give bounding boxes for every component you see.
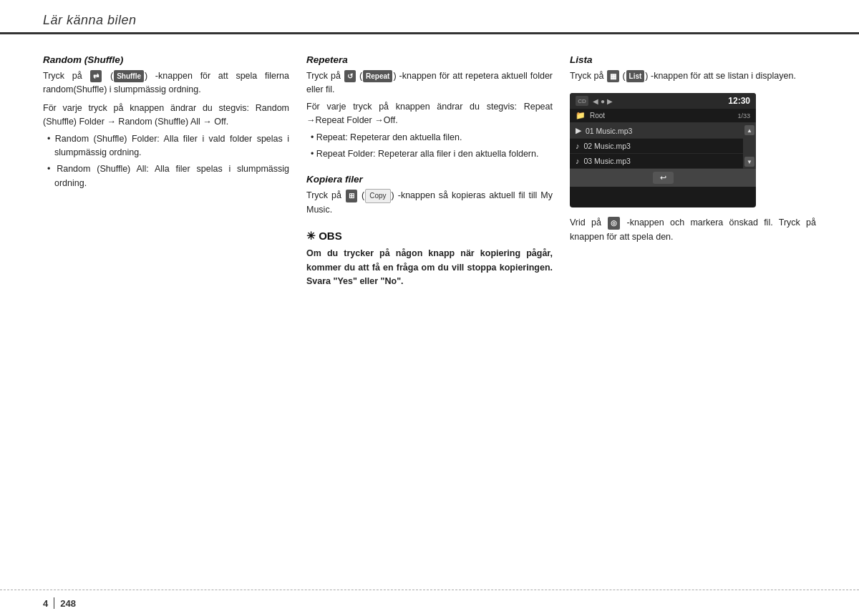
kopiera-para-1: Tryck på ⊞ (Copy) -knappen så kopieras a… (306, 189, 553, 217)
track-row-3: ♪ 03 Music.mp3 (570, 154, 756, 169)
copy-badge: Copy (365, 189, 390, 203)
scroll-down-button[interactable]: ▼ (744, 157, 754, 167)
col-repetera: Repetera Tryck på ↺ (Repeat) -knappen fö… (306, 54, 570, 288)
scroll-up-button[interactable]: ▲ (744, 125, 754, 135)
music-icon-3: ♪ (576, 157, 580, 165)
obs-title: ✳ OBS (306, 230, 553, 243)
nav-right-icon: ▶ (607, 97, 613, 105)
scroll-bar[interactable]: ▲ ▼ (743, 123, 756, 169)
obs-section: ✳ OBS Om du trycker på någon knapp när k… (306, 230, 553, 288)
cd-icon: CD (576, 96, 588, 106)
track-label-3: 03 Music.mp3 (584, 157, 631, 165)
page: Lär känna bilen Random (Shuffle) Tryck p… (0, 0, 859, 616)
back-button[interactable]: ↩ (653, 172, 674, 184)
repetera-para-1: Tryck på ↺ (Repeat) -knappen för att rep… (306, 69, 553, 97)
lista-bottom-text: Vrid på ◎ -knappen och markera önskad fi… (570, 216, 816, 244)
music-icon-2: ♪ (576, 142, 580, 150)
screen-folder-row: 📁 Root 1/33 (570, 109, 756, 123)
repetera-para-2: För varje tryck på knappen ändrar du ste… (306, 100, 553, 128)
repetera-body: Tryck på ↺ (Repeat) -knappen för att rep… (306, 69, 553, 161)
nav-left-icon: ◀ (593, 97, 598, 105)
screen-time: 12:30 (728, 96, 750, 106)
knob-icon: ◎ (608, 217, 620, 230)
page-title: Lär känna bilen (43, 13, 816, 28)
section-title-kopiera: Kopiera filer (306, 174, 553, 185)
repetera-bullet-2: • Repeat Folder: Repeterar alla filer i … (311, 147, 553, 161)
footer-section: 4 (43, 598, 48, 609)
track-label-1: 01 Music.mp3 (586, 127, 632, 135)
footer-divider (54, 597, 54, 609)
page-header: Lär känna bilen (0, 0, 859, 34)
footer-page: 248 (60, 598, 76, 609)
list-button-icon: ▦ (607, 70, 619, 83)
repeat-badge: Repeat (363, 70, 392, 83)
random-bullet-2: • Random (Shuffle) All: Alla filer spela… (47, 162, 289, 190)
random-para-1: Tryck på ⇄ (Shuffle) -knappen för att sp… (43, 69, 289, 97)
random-body: Tryck på ⇄ (Shuffle) -knappen för att sp… (43, 69, 289, 190)
folder-count: 1/33 (737, 112, 750, 119)
shuffle-badge: Shuffle (114, 70, 144, 83)
list-badge: List (626, 70, 645, 83)
section-title-lista: Lista (570, 54, 816, 65)
nav-arrows: ◀ ● ▶ (593, 97, 613, 105)
screen-mockup: CD ◀ ● ▶ 12:30 📁 Root (570, 93, 756, 207)
section-title-random: Random (Shuffle) (43, 54, 289, 65)
kopiera-section: Kopiera filer Tryck på ⊞ (Copy) -knappen… (306, 174, 553, 217)
col-random-shuffle: Random (Shuffle) Tryck på ⇄ (Shuffle) -k… (43, 54, 306, 288)
music-list: ▶ 01 Music.mp3 ♪ 02 Music.mp3 ♪ 03 Music… (570, 123, 756, 169)
lista-body: Tryck på ▦ (List) -knappen för att se li… (570, 69, 816, 83)
random-para-2: För varje tryck på knappen ändrar du ste… (43, 102, 289, 129)
screen-header-left: CD ◀ ● ▶ (576, 96, 613, 106)
col-lista: Lista Tryck på ▦ (List) -knappen för att… (570, 54, 816, 288)
section-title-repetera: Repetera (306, 54, 553, 65)
main-content: Random (Shuffle) Tryck på ⇄ (Shuffle) -k… (0, 34, 859, 288)
folder-label: Root (590, 112, 605, 119)
obs-text: Om du trycker på någon knapp när kopieri… (306, 247, 553, 288)
screen-header: CD ◀ ● ▶ 12:30 (570, 93, 756, 109)
track-row-2: ♪ 02 Music.mp3 (570, 139, 756, 154)
random-bullet-1: • Random (Shuffle) Folder: Alla filer i … (47, 132, 289, 160)
repeat-button-icon: ↺ (344, 70, 356, 83)
music-icon-1: ▶ (576, 126, 581, 135)
kopiera-body: Tryck på ⊞ (Copy) -knappen så kopieras a… (306, 189, 553, 217)
screen-container: CD ◀ ● ▶ 12:30 📁 Root (570, 93, 816, 207)
copy-button-icon: ⊞ (346, 190, 357, 202)
track-label-2: 02 Music.mp3 (584, 142, 631, 150)
random-button-icon: ⇄ (90, 70, 102, 83)
screen-back-row: ↩ (570, 169, 756, 187)
lista-para-1: Tryck på ▦ (List) -knappen för att se li… (570, 69, 816, 83)
cd-label: CD (578, 98, 586, 104)
folder-icon: 📁 (576, 111, 586, 120)
repetera-bullet-1: • Repeat: Repeterar den aktuella filen. (311, 131, 553, 145)
lista-bottom-para: Vrid på ◎ -knappen och markera önskad fi… (570, 216, 816, 244)
page-footer: 4 248 (0, 590, 859, 616)
track-row-1: ▶ 01 Music.mp3 (570, 123, 756, 139)
nav-dot-icon: ● (601, 97, 605, 105)
